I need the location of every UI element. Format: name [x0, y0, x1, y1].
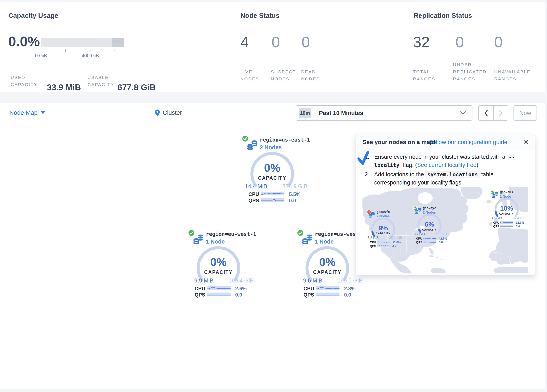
unavailable-label: UNAVAILABLE RANGES [494, 68, 530, 83]
node-status-title: Node Status [240, 12, 280, 20]
map-node-geo-nyc[interactable]: geo=nyc 2 Nodes 6% CAPACITY 3.7 GiB 65.7… [413, 206, 451, 247]
cpu-value: 2.8% [344, 286, 356, 291]
locality-label: geo=ams [500, 190, 513, 194]
prev-interval-button[interactable] [479, 106, 493, 120]
capacity-usage-bar [41, 38, 124, 47]
axis-tick-label: 0 GiB [35, 53, 47, 59]
map-pin-icon [155, 110, 160, 116]
qps-sparkline [500, 225, 513, 227]
cpu-sparkline [500, 221, 513, 224]
popup-instructions: 1.Ensure every node in your cluster was … [365, 153, 530, 188]
cpu-sparkline [207, 286, 231, 290]
qps-sparkline [261, 198, 284, 202]
capacity-caption: CAPACITY [417, 228, 442, 231]
breadcrumb-cluster-label: Cluster [163, 109, 182, 116]
qps-sparkline [423, 241, 436, 243]
chevron-down-icon [460, 111, 466, 115]
chevron-right-icon [499, 110, 503, 117]
qps-value: 0.0 [439, 241, 443, 244]
cpu-sparkline [316, 286, 340, 290]
now-button[interactable]: Now [513, 105, 537, 121]
usable-capacity-value: 677.8 GiB [117, 83, 156, 92]
step-done-check-icon [357, 151, 370, 165]
instruction-text: Add locations to the [374, 171, 425, 178]
used-capacity-value: 33.9 MiB [47, 83, 81, 92]
database-nodes-icon [247, 140, 259, 151]
axis-tick [65, 48, 66, 52]
capacity-percent: 6% [417, 221, 442, 228]
capacity-percent: 0% [303, 255, 351, 268]
replication-status-title: Replication Status [414, 12, 472, 20]
qps-value: 0.0 [289, 198, 296, 204]
qps-label: QPS [248, 198, 259, 204]
next-interval-button[interactable] [493, 106, 508, 120]
capacity-gauge: 0% CAPACITY [248, 150, 296, 198]
map-node-geo-ams[interactable]: geo=ams 1 Node 10% CAPACITY 3.6 GiB 34.4… [490, 190, 528, 231]
total-capacity: 34.4 GiB [513, 216, 526, 220]
dead-nodes-value: 0 [301, 34, 310, 51]
page-bottom-strip [0, 389, 547, 392]
cpu-sparkline [377, 241, 390, 243]
qps-label: QPS [303, 292, 314, 298]
locality-card-us-east-1[interactable]: region=us-east-1 2 Nodes 0% CAPACITY 14.… [241, 135, 312, 205]
view-toolbar: Node Map Cluster 10m Past 10 Minutes [0, 103, 545, 123]
locality-label: geo=nyc [423, 206, 436, 210]
cpu-value: 2.6% [235, 286, 247, 291]
capacity-gauge: 0% CAPACITY [303, 244, 351, 292]
locality-tree-link[interactable]: See current locality tree [417, 162, 476, 168]
capacity-percent: 9% [371, 225, 396, 232]
used-capacity: 9.9 MiB [194, 277, 213, 284]
time-step-buttons [478, 105, 508, 121]
inline-code: system.locations [425, 171, 480, 178]
unavailable-value: 0 [494, 34, 503, 51]
locality-label: region=eu-west-1 [206, 231, 256, 237]
cpu-label: CPU [248, 191, 259, 197]
map-config-popup: See your nodes on a map! Follow our conf… [356, 135, 535, 275]
view-selector-dropdown[interactable]: Node Map [9, 103, 45, 123]
qps-label: QPS [416, 241, 422, 244]
used-capacity-label: USED CAPACITY [11, 74, 37, 88]
live-nodes-value: 4 [240, 34, 249, 51]
locality-label: geo=sfo [376, 210, 390, 214]
caret-down-icon [41, 111, 45, 114]
cpu-label: CPU [416, 237, 422, 240]
total-capacity: 35.1 GiB [389, 236, 402, 240]
under-replicated-label: UNDER- REPLICATED RANGES [453, 61, 486, 83]
capacity-percent: 0% [248, 161, 296, 174]
now-button-label: Now [519, 110, 531, 117]
chevron-left-icon [484, 110, 488, 117]
configuration-guide-link[interactable]: Follow our configuration guide [429, 139, 507, 145]
popup-header: See your nodes on a map! Follow our conf… [356, 135, 535, 150]
capacity-caption: CAPACITY [248, 175, 296, 181]
locality-label: region=us-east-1 [260, 137, 310, 143]
used-capacity: 9.6 MiB [303, 277, 322, 284]
toolbar-divider [287, 106, 287, 120]
database-nodes-icon [302, 234, 314, 245]
cluster-stats-band: Capacity Usage 0.0% 0 GiB 400 GiB USED C… [0, 2, 545, 92]
qps-value: 0.0 [235, 292, 242, 298]
capacity-percent: 0.0% [8, 34, 40, 49]
qps-sparkline [207, 293, 231, 296]
node-map-dashboard: Capacity Usage 0.0% 0 GiB 400 GiB USED C… [0, 0, 547, 392]
time-range-select[interactable]: 10m Past 10 Minutes [296, 105, 472, 121]
breadcrumb[interactable]: Cluster [155, 103, 182, 123]
locality-card-eu-west-1[interactable]: region=eu-west-1 1 Node 0% CAPACITY 9.9 … [187, 229, 258, 299]
axis-tick [90, 48, 90, 52]
close-icon[interactable]: ✕ [524, 138, 529, 146]
cpu-label: CPU [370, 241, 376, 244]
capacity-caption: CAPACITY [371, 232, 396, 235]
instruction-step: 1.Ensure every node in your cluster was … [365, 153, 530, 169]
axis-tick [41, 48, 41, 52]
instruction-text: ) [476, 162, 478, 168]
cpu-sparkline [261, 192, 284, 195]
total-ranges-value: 32 [413, 34, 430, 51]
cpu-value: 5.5% [289, 191, 301, 197]
map-node-geo-sfo[interactable]: 1 geo=sfo 2 Nodes 9% CAPACITY 3.2 GiB 35… [367, 209, 405, 251]
qps-sparkline [377, 245, 390, 247]
instruction-text: Ensure every node in your cluster was st… [374, 154, 507, 160]
time-range-label: Past 10 Minutes [319, 110, 363, 117]
capacity-caption: CAPACITY [194, 269, 242, 275]
suspect-nodes-value: 0 [272, 34, 280, 51]
step-number: 2. [365, 171, 369, 179]
axis-tick [115, 48, 115, 52]
